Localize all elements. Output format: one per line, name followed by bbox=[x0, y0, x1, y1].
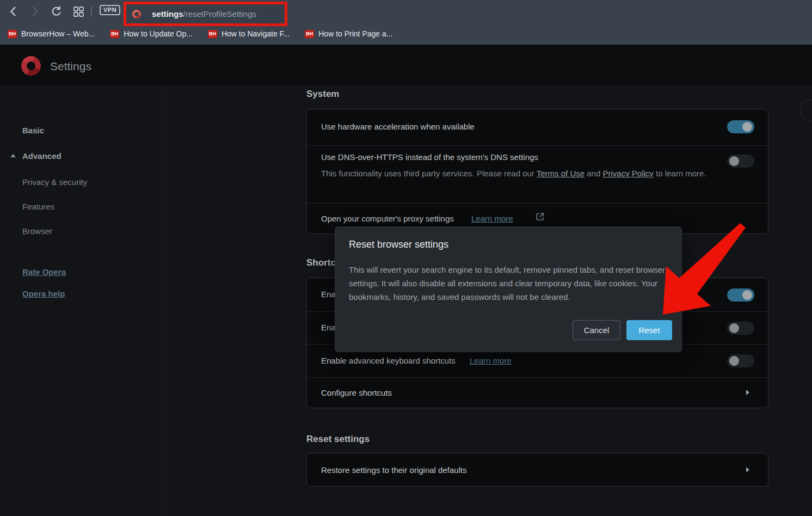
desc-text: This functionality uses third party serv… bbox=[321, 169, 537, 178]
row-label: Configure shortcuts bbox=[321, 388, 392, 397]
bookmark-favicon: BH bbox=[110, 30, 119, 38]
desc-text: to learn more. bbox=[654, 169, 706, 178]
vpn-badge[interactable]: VPN bbox=[100, 5, 120, 15]
toggle-knob bbox=[729, 356, 739, 366]
reset-browser-settings-dialog: Reset browser settings This will revert … bbox=[335, 226, 682, 352]
row-label: Use hardware acceleration when available bbox=[321, 122, 475, 131]
row-label: Ena bbox=[321, 290, 336, 299]
configure-shortcuts-row[interactable]: Configure shortcuts bbox=[307, 377, 768, 408]
toolbar-separator bbox=[91, 6, 92, 17]
annotation-red-box: settings/resetProfileSettings bbox=[124, 2, 287, 26]
bookmark-item[interactable]: BH BrowserHow – Web... bbox=[8, 29, 95, 38]
address-domain: settings bbox=[152, 9, 183, 19]
bookmark-label: How to Update Op... bbox=[124, 29, 193, 38]
back-icon[interactable] bbox=[7, 4, 21, 19]
advanced-keyboard-shortcuts-toggle[interactable] bbox=[727, 354, 754, 367]
page-title: Settings bbox=[50, 60, 91, 73]
desc-text: and bbox=[585, 169, 602, 178]
bookmark-item[interactable]: BH How to Print Page a... bbox=[305, 29, 392, 38]
system-card: Use hardware acceleration when available… bbox=[306, 109, 768, 234]
settings-page: Basic Advanced Privacy & security Featur… bbox=[0, 86, 812, 516]
dns-over-https-row: Use DNS-over-HTTPS instead of the system… bbox=[307, 145, 768, 203]
annotation-arrow-icon bbox=[642, 218, 762, 327]
row-description: This functionality uses third party serv… bbox=[321, 167, 724, 180]
bookmark-item[interactable]: BH How to Update Op... bbox=[110, 29, 193, 38]
privacy-policy-link[interactable]: Privacy Policy bbox=[602, 169, 653, 178]
toggle-knob bbox=[729, 156, 739, 166]
sidebar-item-privacy-security[interactable]: Privacy & security bbox=[22, 177, 87, 187]
row-label: Open your computer's proxy settings bbox=[321, 214, 454, 223]
bookmark-label: How to Print Page a... bbox=[318, 29, 392, 38]
chevron-right-icon bbox=[746, 390, 749, 395]
bookmark-favicon: BH bbox=[208, 30, 217, 38]
opera-favicon-icon bbox=[131, 8, 142, 20]
system-section-heading: System bbox=[306, 89, 339, 100]
reload-icon[interactable] bbox=[50, 4, 64, 19]
reset-settings-card: Restore settings to their original defau… bbox=[306, 453, 768, 487]
hardware-acceleration-row: Use hardware acceleration when available bbox=[307, 109, 768, 145]
bookmark-favicon: BH bbox=[305, 30, 314, 38]
bookmark-favicon: BH bbox=[8, 30, 17, 38]
bookmark-label: BrowserHow – Web... bbox=[21, 29, 95, 38]
sidebar-item-features[interactable]: Features bbox=[22, 202, 54, 211]
sidebar-item-advanced[interactable]: Advanced bbox=[22, 151, 61, 161]
sidebar-divider bbox=[162, 86, 163, 516]
workspaces-grid-icon[interactable] bbox=[71, 4, 85, 19]
restore-defaults-row[interactable]: Restore settings to their original defau… bbox=[307, 453, 768, 486]
forward-icon[interactable] bbox=[28, 4, 42, 19]
hardware-acceleration-toggle[interactable] bbox=[727, 120, 754, 133]
terms-of-use-link[interactable]: Terms of Use bbox=[537, 169, 585, 178]
shortcuts-learn-more-link[interactable]: Learn more bbox=[470, 356, 512, 365]
dialog-title: Reset browser settings bbox=[349, 239, 448, 250]
collapse-arrow-icon[interactable] bbox=[10, 154, 16, 157]
sidebar-item-basic[interactable]: Basic bbox=[22, 126, 44, 135]
proxy-learn-more-link[interactable]: Learn more bbox=[471, 214, 513, 223]
dialog-body-text: This will revert your search engine to i… bbox=[349, 263, 668, 304]
rate-opera-link[interactable]: Rate Opera bbox=[22, 267, 66, 277]
cancel-button[interactable]: Cancel bbox=[573, 320, 620, 340]
bookmark-label: How to Navigate F... bbox=[222, 29, 290, 38]
address-url[interactable]: settings/resetProfileSettings bbox=[152, 9, 256, 19]
row-label: Use DNS-over-HTTPS instead of the system… bbox=[321, 152, 538, 162]
row-label: Enable advanced keyboard shortcuts bbox=[321, 356, 456, 365]
chevron-right-icon bbox=[746, 467, 749, 472]
sidebar-item-browser[interactable]: Browser bbox=[22, 226, 52, 236]
bookmark-item[interactable]: BH How to Navigate F... bbox=[208, 29, 290, 38]
external-link-icon bbox=[534, 211, 545, 222]
opera-help-link[interactable]: Opera help bbox=[22, 289, 65, 298]
row-label: Ena bbox=[321, 323, 336, 332]
address-path: /resetProfileSettings bbox=[183, 9, 256, 19]
row-label: Restore settings to their original defau… bbox=[321, 465, 467, 475]
toggle-knob bbox=[742, 122, 752, 132]
browser-chrome: VPN settings/resetProfileSettings BH Bro… bbox=[0, 0, 812, 45]
settings-header bbox=[0, 45, 812, 86]
dns-over-https-toggle[interactable] bbox=[727, 155, 754, 168]
bookmarks-bar: BH BrowserHow – Web... BH How to Update … bbox=[8, 25, 392, 42]
reset-settings-section-heading: Reset settings bbox=[306, 434, 370, 445]
address-bar[interactable]: settings/resetProfileSettings bbox=[126, 4, 285, 23]
